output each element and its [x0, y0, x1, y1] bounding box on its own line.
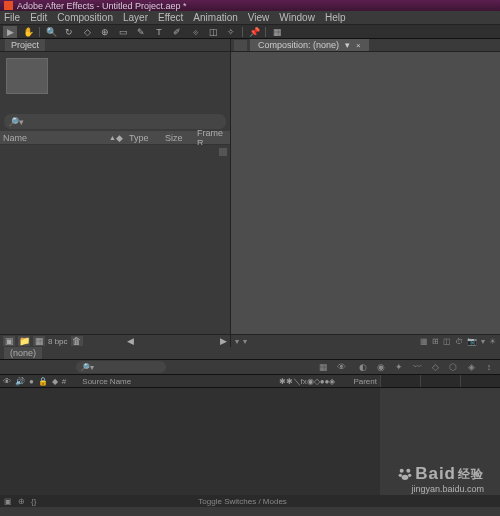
source-name-col[interactable]: Source Name	[82, 377, 131, 386]
zoom-tool-icon[interactable]: 🔍	[44, 26, 58, 38]
scroll-left-icon[interactable]: ◀	[127, 336, 134, 346]
menu-animation[interactable]: Animation	[193, 12, 237, 23]
separator	[242, 27, 243, 37]
interpret-icon[interactable]: ▣	[3, 336, 15, 346]
rotate-tool-icon[interactable]: ↻	[62, 26, 76, 38]
num-col[interactable]: #	[62, 377, 66, 386]
delete-icon[interactable]: 🗑	[71, 336, 83, 346]
magnification-dropdown[interactable]: ▾	[235, 337, 239, 346]
layer-list[interactable]	[0, 388, 380, 495]
timeline-toolbar: 🔎▾ ▦ 👁 ◐ ◉ ✦ 〰 ◇ ⬡ ◈ ↕	[0, 360, 500, 375]
frame-blend-icon[interactable]: ◐	[356, 361, 370, 373]
snapshot-icon[interactable]: 📷	[467, 337, 477, 346]
pan-behind-tool-icon[interactable]: ⊕	[98, 26, 112, 38]
scroll-right-icon[interactable]: ▶	[220, 336, 227, 346]
close-icon[interactable]: ×	[356, 41, 361, 50]
composition-footer: ▾ ▾ ▦ ⊞ ◫ ⏱ 📷 ▾ ☀	[231, 334, 500, 347]
svg-point-5	[408, 474, 411, 477]
audio-col-icon[interactable]: 🔊	[15, 377, 25, 386]
panel-menu-icon[interactable]	[219, 148, 227, 156]
new-folder-icon[interactable]: 📁	[18, 336, 30, 346]
composition-tab[interactable]: Composition: (none) ▾ ×	[250, 39, 369, 51]
solo-col-icon[interactable]: ●	[29, 377, 34, 386]
composition-viewer[interactable]	[231, 52, 500, 334]
dropdown-icon[interactable]: ▾	[345, 40, 350, 50]
time-icon[interactable]: ⏱	[455, 337, 463, 346]
project-columns-header: Name ▲ ◆ Type Size Frame R...	[0, 131, 230, 145]
timeline-search-input[interactable]: 🔎▾	[76, 361, 166, 373]
col-type[interactable]: Type	[126, 133, 162, 143]
rect-tool-icon[interactable]: ▭	[116, 26, 130, 38]
watermark-main: Baid	[415, 464, 456, 484]
brainstorm-icon[interactable]: ✦	[392, 361, 406, 373]
roto-tool-icon[interactable]: ✧	[224, 26, 238, 38]
paw-icon	[397, 466, 413, 482]
menu-layer[interactable]: Layer	[123, 12, 148, 23]
mask-icon[interactable]: ◫	[443, 337, 451, 346]
pen-tool-icon[interactable]: ✎	[134, 26, 148, 38]
shy-icon[interactable]: 👁	[334, 361, 348, 373]
expand-icon[interactable]: ▣	[4, 497, 12, 506]
watermark-url: jingyan.baidu.com	[397, 484, 484, 494]
svg-point-2	[400, 469, 404, 473]
timeline-tab-row: (none)	[0, 347, 500, 360]
label-icon: ◆	[116, 133, 126, 143]
sort-icon: ▲	[109, 134, 116, 141]
new-comp-icon[interactable]: ▦	[33, 336, 45, 346]
separator	[39, 27, 40, 37]
3d-icon[interactable]: ◈	[464, 361, 478, 373]
auto-keyframe-icon[interactable]: ◇	[428, 361, 442, 373]
col-size[interactable]: Size	[162, 133, 194, 143]
layer-switches-icon[interactable]: {}	[31, 497, 36, 506]
label-col-icon[interactable]: ◆	[52, 377, 58, 386]
project-search-input[interactable]: 🔎▾	[4, 114, 226, 129]
menu-effect[interactable]: Effect	[158, 12, 183, 23]
eye-col-icon[interactable]: 👁	[3, 377, 11, 386]
comp-mini-icon[interactable]: ▦	[316, 361, 330, 373]
switches-icon[interactable]: ✱✱＼fx◉◇●●◈	[279, 376, 336, 387]
menu-window[interactable]: Window	[279, 12, 315, 23]
menu-file[interactable]: File	[4, 12, 20, 23]
menu-composition[interactable]: Composition	[57, 12, 113, 23]
col-name[interactable]: Name	[0, 133, 109, 143]
grid-icon[interactable]: ⊞	[432, 337, 439, 346]
parent-col[interactable]: Parent	[353, 377, 377, 386]
project-panel-header: Project	[0, 39, 230, 52]
resolution-dropdown[interactable]: ▾	[243, 337, 247, 346]
camera-tool-icon[interactable]: ◇	[80, 26, 94, 38]
menu-edit[interactable]: Edit	[30, 12, 47, 23]
puppet-tool-icon[interactable]: 📌	[247, 26, 261, 38]
timeline-tab[interactable]: (none)	[4, 347, 42, 359]
menu-bar: File Edit Composition Layer Effect Anima…	[0, 11, 500, 25]
exposure-icon[interactable]: ☀	[489, 337, 496, 346]
window-titlebar: Adobe After Effects - Untitled Project.a…	[0, 0, 500, 11]
selection-tool-icon[interactable]: ▶	[3, 26, 17, 38]
text-tool-icon[interactable]: T	[152, 26, 166, 38]
workspace-icon[interactable]: ▦	[270, 26, 284, 38]
hand-tool-icon[interactable]: ✋	[21, 26, 35, 38]
view-options-icon[interactable]: ▦	[420, 337, 428, 346]
lock-col-icon[interactable]: 🔒	[38, 377, 48, 386]
project-bin[interactable]	[0, 145, 230, 334]
brush-tool-icon[interactable]: ✐	[170, 26, 184, 38]
time-ruler[interactable]	[380, 375, 500, 387]
project-tab[interactable]: Project	[5, 39, 45, 51]
composition-panel: Composition: (none) ▾ × ▾ ▾ ▦ ⊞ ◫ ⏱ 📷 ▾ …	[231, 39, 500, 347]
clone-tool-icon[interactable]: ⟐	[188, 26, 202, 38]
channel-icon[interactable]: ▾	[481, 337, 485, 346]
motion-blur-icon[interactable]: ◉	[374, 361, 388, 373]
composition-tab-label: Composition: (none)	[258, 40, 339, 50]
separator	[265, 27, 266, 37]
graph-icon[interactable]: 〰	[410, 361, 424, 373]
toggle-switches-label[interactable]: Toggle Switches / Modes	[198, 497, 287, 506]
menu-help[interactable]: Help	[325, 12, 346, 23]
watermark-sub1: 经验	[458, 466, 484, 483]
eraser-tool-icon[interactable]: ◫	[206, 26, 220, 38]
comp-flow-icon[interactable]	[234, 40, 247, 51]
menu-view[interactable]: View	[248, 12, 270, 23]
zoom-in-icon[interactable]: ⊕	[18, 497, 25, 506]
bpc-label[interactable]: 8 bpc	[48, 337, 68, 346]
window-title: Adobe After Effects - Untitled Project.a…	[17, 1, 186, 11]
expand-icon[interactable]: ↕	[482, 361, 496, 373]
draft3d-icon[interactable]: ⬡	[446, 361, 460, 373]
